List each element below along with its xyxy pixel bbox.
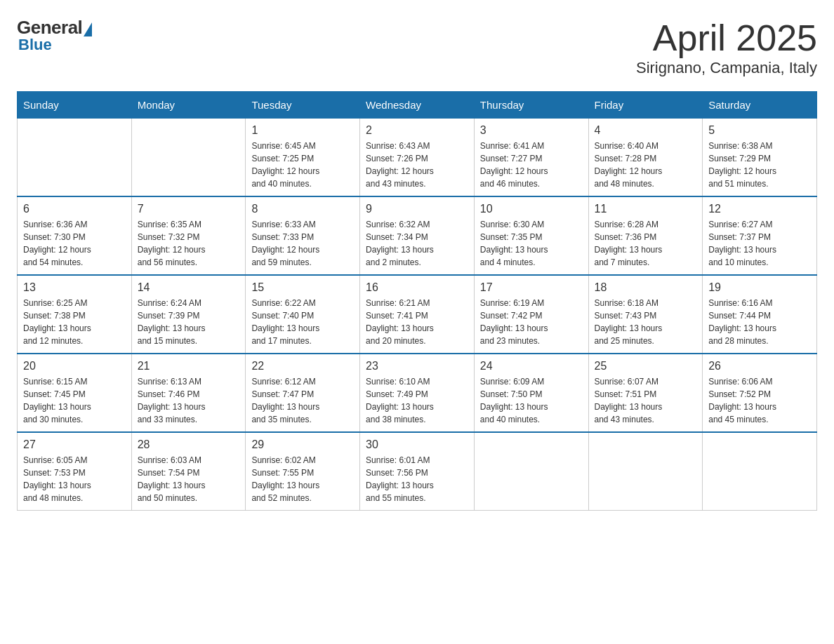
title-block: April 2025 Sirignano, Campania, Italy [636,17,817,77]
calendar-week-row-2: 6Sunrise: 6:36 AM Sunset: 7:30 PM Daylig… [18,196,817,275]
day-info: Sunrise: 6:03 AM Sunset: 7:54 PM Dayligh… [138,454,240,504]
calendar-cell: 15Sunrise: 6:22 AM Sunset: 7:40 PM Dayli… [246,275,360,354]
day-number: 29 [251,438,354,451]
day-number: 6 [23,203,126,215]
day-info: Sunrise: 6:21 AM Sunset: 7:41 PM Dayligh… [366,297,468,347]
day-info: Sunrise: 6:30 AM Sunset: 7:35 PM Dayligh… [480,218,583,269]
calendar-cell: 20Sunrise: 6:15 AM Sunset: 7:45 PM Dayli… [18,354,132,432]
calendar-cell [18,119,132,197]
day-number: 20 [23,360,126,373]
day-info: Sunrise: 6:13 AM Sunset: 7:46 PM Dayligh… [138,375,240,426]
day-number: 25 [595,360,697,373]
calendar-week-row-5: 27Sunrise: 6:05 AM Sunset: 7:53 PM Dayli… [18,432,817,511]
calendar-cell: 16Sunrise: 6:21 AM Sunset: 7:41 PM Dayli… [360,275,475,354]
day-info: Sunrise: 6:19 AM Sunset: 7:42 PM Dayligh… [480,297,583,347]
calendar-cell: 17Sunrise: 6:19 AM Sunset: 7:42 PM Dayli… [474,275,588,354]
calendar-cell: 13Sunrise: 6:25 AM Sunset: 7:38 PM Dayli… [18,275,132,354]
weekday-header-monday: Monday [131,92,246,119]
day-number: 12 [708,203,811,215]
day-info: Sunrise: 6:40 AM Sunset: 7:28 PM Dayligh… [595,140,697,190]
day-info: Sunrise: 6:32 AM Sunset: 7:34 PM Dayligh… [366,218,468,269]
calendar-cell: 26Sunrise: 6:06 AM Sunset: 7:52 PM Dayli… [703,354,817,432]
day-info: Sunrise: 6:01 AM Sunset: 7:56 PM Dayligh… [366,454,468,504]
day-number: 17 [480,281,583,294]
day-info: Sunrise: 6:41 AM Sunset: 7:27 PM Dayligh… [480,140,583,190]
calendar-cell [131,119,246,197]
day-number: 11 [595,203,697,215]
calendar-cell: 12Sunrise: 6:27 AM Sunset: 7:37 PM Dayli… [703,196,817,275]
day-number: 13 [23,281,126,294]
calendar-cell: 1Sunrise: 6:45 AM Sunset: 7:25 PM Daylig… [246,119,360,197]
calendar-cell: 27Sunrise: 6:05 AM Sunset: 7:53 PM Dayli… [18,432,132,511]
logo: General Blue [17,17,92,54]
day-info: Sunrise: 6:18 AM Sunset: 7:43 PM Dayligh… [595,297,697,347]
day-info: Sunrise: 6:22 AM Sunset: 7:40 PM Dayligh… [251,297,354,347]
calendar-cell: 11Sunrise: 6:28 AM Sunset: 7:36 PM Dayli… [588,196,703,275]
calendar-table: SundayMondayTuesdayWednesdayThursdayFrid… [17,91,817,511]
day-number: 26 [708,360,811,373]
day-info: Sunrise: 6:10 AM Sunset: 7:49 PM Dayligh… [366,375,468,426]
calendar-cell: 8Sunrise: 6:33 AM Sunset: 7:33 PM Daylig… [246,196,360,275]
calendar-cell [474,432,588,511]
calendar-cell: 29Sunrise: 6:02 AM Sunset: 7:55 PM Dayli… [246,432,360,511]
calendar-cell: 4Sunrise: 6:40 AM Sunset: 7:28 PM Daylig… [588,119,703,197]
logo-blue-text: Blue [18,36,52,54]
day-number: 8 [251,203,354,215]
day-info: Sunrise: 6:02 AM Sunset: 7:55 PM Dayligh… [251,454,354,504]
calendar-week-row-1: 1Sunrise: 6:45 AM Sunset: 7:25 PM Daylig… [18,119,817,197]
calendar-cell: 7Sunrise: 6:35 AM Sunset: 7:32 PM Daylig… [131,196,246,275]
calendar-cell: 23Sunrise: 6:10 AM Sunset: 7:49 PM Dayli… [360,354,475,432]
day-info: Sunrise: 6:35 AM Sunset: 7:32 PM Dayligh… [138,218,240,269]
calendar-cell: 21Sunrise: 6:13 AM Sunset: 7:46 PM Dayli… [131,354,246,432]
day-info: Sunrise: 6:12 AM Sunset: 7:47 PM Dayligh… [251,375,354,426]
day-number: 3 [480,124,583,137]
weekday-header-sunday: Sunday [18,92,132,119]
day-number: 1 [251,124,354,137]
day-info: Sunrise: 6:05 AM Sunset: 7:53 PM Dayligh… [23,454,126,504]
day-info: Sunrise: 6:25 AM Sunset: 7:38 PM Dayligh… [23,297,126,347]
day-number: 4 [595,124,697,137]
day-number: 7 [138,203,240,215]
day-number: 21 [138,360,240,373]
day-info: Sunrise: 6:27 AM Sunset: 7:37 PM Dayligh… [708,218,811,269]
weekday-header-saturday: Saturday [703,92,817,119]
day-number: 5 [708,124,811,137]
calendar-cell: 18Sunrise: 6:18 AM Sunset: 7:43 PM Dayli… [588,275,703,354]
day-number: 18 [595,281,697,294]
day-number: 2 [366,124,468,137]
day-info: Sunrise: 6:45 AM Sunset: 7:25 PM Dayligh… [251,140,354,190]
calendar-cell: 2Sunrise: 6:43 AM Sunset: 7:26 PM Daylig… [360,119,475,197]
weekday-header-wednesday: Wednesday [360,92,475,119]
calendar-cell: 24Sunrise: 6:09 AM Sunset: 7:50 PM Dayli… [474,354,588,432]
day-info: Sunrise: 6:07 AM Sunset: 7:51 PM Dayligh… [595,375,697,426]
day-number: 16 [366,281,468,294]
calendar-cell: 9Sunrise: 6:32 AM Sunset: 7:34 PM Daylig… [360,196,475,275]
day-number: 9 [366,203,468,215]
day-number: 19 [708,281,811,294]
day-info: Sunrise: 6:06 AM Sunset: 7:52 PM Dayligh… [708,375,811,426]
month-title: April 2025 [636,17,817,59]
calendar-cell: 14Sunrise: 6:24 AM Sunset: 7:39 PM Dayli… [131,275,246,354]
day-number: 28 [138,438,240,451]
calendar-cell: 19Sunrise: 6:16 AM Sunset: 7:44 PM Dayli… [703,275,817,354]
calendar-cell [703,432,817,511]
day-info: Sunrise: 6:16 AM Sunset: 7:44 PM Dayligh… [708,297,811,347]
day-info: Sunrise: 6:38 AM Sunset: 7:29 PM Dayligh… [708,140,811,190]
calendar-cell: 3Sunrise: 6:41 AM Sunset: 7:27 PM Daylig… [474,119,588,197]
day-number: 14 [138,281,240,294]
day-info: Sunrise: 6:36 AM Sunset: 7:30 PM Dayligh… [23,218,126,269]
calendar-cell: 6Sunrise: 6:36 AM Sunset: 7:30 PM Daylig… [18,196,132,275]
calendar-week-row-3: 13Sunrise: 6:25 AM Sunset: 7:38 PM Dayli… [18,275,817,354]
day-number: 30 [366,438,468,451]
day-info: Sunrise: 6:15 AM Sunset: 7:45 PM Dayligh… [23,375,126,426]
day-number: 27 [23,438,126,451]
location-title: Sirignano, Campania, Italy [636,59,817,77]
day-info: Sunrise: 6:43 AM Sunset: 7:26 PM Dayligh… [366,140,468,190]
weekday-header-tuesday: Tuesday [246,92,360,119]
weekday-header-thursday: Thursday [474,92,588,119]
calendar-cell: 5Sunrise: 6:38 AM Sunset: 7:29 PM Daylig… [703,119,817,197]
day-info: Sunrise: 6:24 AM Sunset: 7:39 PM Dayligh… [138,297,240,347]
day-info: Sunrise: 6:33 AM Sunset: 7:33 PM Dayligh… [251,218,354,269]
day-number: 22 [251,360,354,373]
day-number: 10 [480,203,583,215]
